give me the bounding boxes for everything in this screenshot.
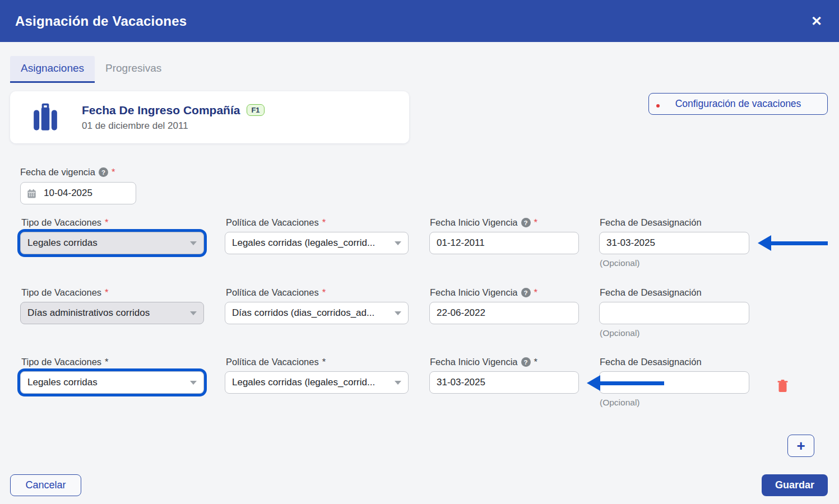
help-icon[interactable]: ? [521, 218, 531, 227]
effective-date-field: Fecha de vigencia ? * [20, 167, 155, 178]
effective-date-label: Fecha de vigencia ? * [20, 167, 155, 178]
close-icon[interactable]: ✕ [811, 15, 822, 28]
help-icon[interactable]: ? [99, 167, 108, 177]
row3-start-date-input[interactable] [429, 371, 579, 394]
row3-inicio-label: Fecha Inicio Vigencia ? * [430, 357, 537, 367]
row3-vacation-type-select[interactable]: Legales corridas [20, 371, 204, 394]
row2-inicio-label: Fecha Inicio Vigencia ? * [430, 287, 537, 298]
row3-inicio-wrap [429, 371, 579, 394]
help-icon[interactable]: ? [521, 357, 531, 367]
entry-date-title: Fecha De Ingreso Compañía [82, 104, 240, 117]
delete-row-icon[interactable] [777, 380, 788, 393]
optional-hint: (Opcional) [600, 258, 640, 268]
modal-header: Asignación de Vacaciones ✕ [0, 0, 839, 42]
tab-asignaciones[interactable]: Asignaciones [10, 56, 95, 83]
row1-inicio-label: Fecha Inicio Vigencia ? * [430, 217, 537, 228]
vacation-config-label: Configuración de vacaciones [675, 98, 801, 110]
chevron-down-icon [395, 311, 401, 315]
chevron-down-icon [190, 241, 197, 245]
effective-date-input[interactable] [44, 188, 111, 199]
entry-date-card: Fecha De Ingreso Compañía F1 01 de dicie… [10, 91, 409, 143]
row1-politica-label: Política de Vacaciones * [226, 217, 326, 228]
f1-badge: F1 [247, 104, 264, 116]
vacation-config-button[interactable]: Configuración de vacaciones [648, 93, 828, 115]
row1-desasignacion-label: Fecha de Desasignación [600, 217, 702, 228]
row2-vacation-policy-select[interactable]: Días corridos (dias_corridos_ad... [225, 302, 409, 324]
row2-unassign-date-input[interactable] [599, 302, 749, 324]
modal-title: Asignación de Vacaciones [15, 13, 187, 29]
row3-tipo-label: Tipo de Vacaciones * [21, 357, 109, 367]
chevron-down-icon [395, 241, 401, 245]
row3-politica-label: Política de Vacaciones * [226, 357, 326, 367]
row1-tipo-label: Tipo de Vacaciones * [21, 217, 109, 228]
row1-vacation-type-select[interactable]: Legales corridas [20, 232, 204, 254]
save-button[interactable]: Guardar [762, 474, 828, 496]
cancel-button[interactable]: Cancelar [10, 474, 81, 496]
tab-bar: Asignaciones Progresivas [10, 56, 172, 83]
row2-inicio-wrap [429, 302, 579, 324]
row1-start-date-input[interactable] [429, 232, 579, 254]
entry-date-value: 01 de diciembre del 2011 [82, 120, 265, 132]
row2-politica-label: Política de Vacaciones * [226, 287, 326, 298]
chevron-down-icon [190, 311, 197, 315]
effective-date-input-wrap [20, 182, 136, 204]
row2-vacation-type-select[interactable]: Días administrativos corridos [20, 302, 204, 324]
tab-progresivas[interactable]: Progresivas [95, 56, 172, 83]
vacation-assignment-modal: Asignación de Vacaciones ✕ Asignaciones … [0, 0, 839, 504]
optional-hint: (Opcional) [600, 398, 640, 408]
row3-desasignacion-label: Fecha de Desasignación [600, 357, 702, 367]
row1-vacation-policy-select[interactable]: Legales corridas (legales_corrid... [225, 232, 409, 254]
suitcase-icon [29, 101, 62, 134]
row2-desasignacion-label: Fecha de Desasignación [600, 287, 702, 298]
row2-start-date-input[interactable] [429, 302, 579, 324]
row2-desasignacion-wrap [599, 302, 749, 324]
row2-tipo-label: Tipo de Vacaciones * [21, 287, 109, 298]
notification-dot [656, 104, 660, 108]
optional-hint: (Opcional) [600, 328, 640, 338]
row1-unassign-date-input[interactable] [599, 232, 749, 254]
plus-icon: + [796, 437, 805, 455]
calendar-icon [26, 188, 37, 199]
row1-desasignacion-wrap [599, 232, 749, 254]
chevron-down-icon [190, 381, 197, 385]
row3-vacation-policy-select[interactable]: Legales corridas (legales_corrid... [225, 371, 409, 394]
help-icon[interactable]: ? [521, 288, 531, 297]
row1-inicio-wrap [429, 232, 579, 254]
add-row-button[interactable]: + [787, 435, 814, 457]
chevron-down-icon [395, 381, 401, 385]
